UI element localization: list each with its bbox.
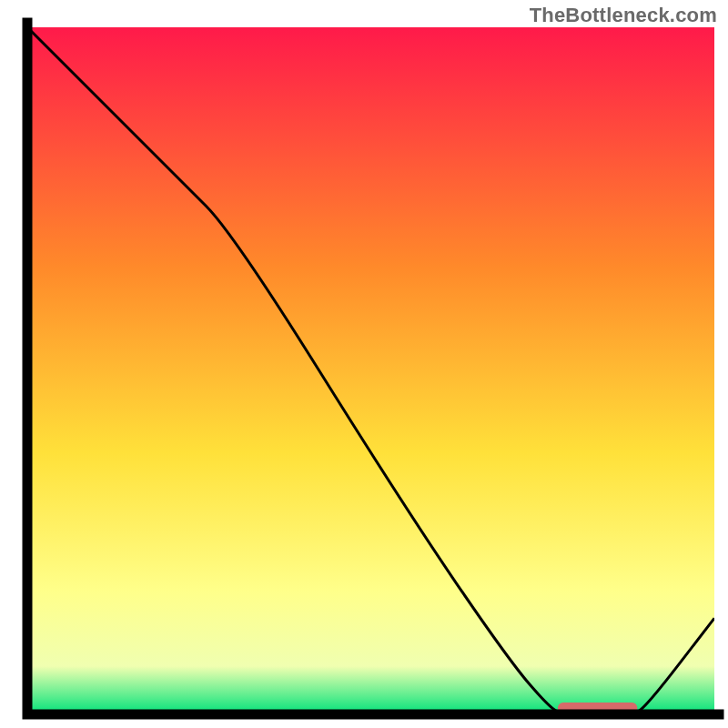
bottleneck-chart	[0, 0, 728, 728]
chart-container: TheBottleneck.com	[0, 0, 728, 728]
watermark-text: TheBottleneck.com	[530, 4, 717, 27]
